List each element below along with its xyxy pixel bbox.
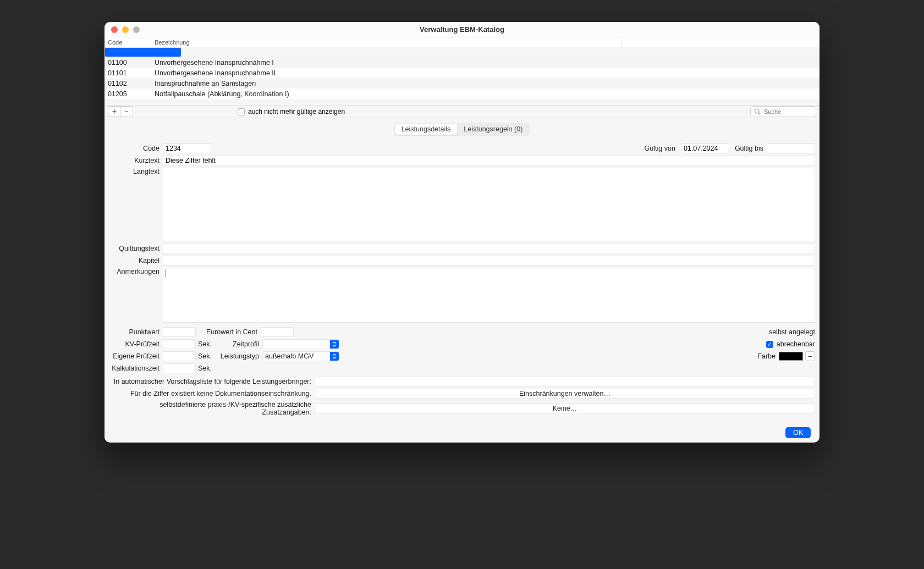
lbl-eurowert: Eurowert in Cent xyxy=(196,328,261,336)
table-row[interactable]: 01102 Inanspruchnahme an Samstagen xyxy=(105,78,820,89)
lbl-abrechenbar: abrechenbar xyxy=(777,340,815,348)
lbl-valid-from: Gültig von xyxy=(645,145,675,152)
remove-button[interactable]: － xyxy=(120,107,133,117)
table-row[interactable]: 01205 Notfallpauschale (Abklärung, Koord… xyxy=(105,89,820,99)
lbl-zusatz: selbstdefinierte praxis-/KV-spezifische … xyxy=(109,401,315,416)
lbl-doku-hint: Für die Ziffer existiert keine Dokumenta… xyxy=(109,390,315,397)
search-field[interactable] xyxy=(750,106,816,117)
lbl-punktwert: Punktwert xyxy=(109,328,163,336)
window: Verwaltung EBM-Katalog Code Bezeichnung … xyxy=(105,22,820,443)
lbl-auto-vorschlag: In automatischer Vorschlagsliste für fol… xyxy=(109,378,315,385)
lbl-quittung: Quittungstext xyxy=(109,245,163,252)
list-toolbar: ＋ － auch nicht mehr gültige anzeigen xyxy=(105,105,820,118)
abrechenbar-checkbox[interactable]: ✓ xyxy=(766,341,773,348)
kalk-field[interactable] xyxy=(163,363,196,373)
tabs: Leistungsdetails Leistungsregeln (0) xyxy=(105,118,820,140)
lbl-code: Code xyxy=(109,145,163,152)
window-title: Verwaltung EBM-Katalog xyxy=(105,25,820,34)
quittung-field[interactable] xyxy=(163,244,815,253)
unit-sek-2: Sek. xyxy=(198,352,212,360)
lbl-leistungstyp: Leistungstyp xyxy=(212,352,262,360)
svg-line-1 xyxy=(758,113,760,114)
vorschlag-button[interactable] xyxy=(315,377,815,386)
code-list[interactable]: 01100 Unvorhergesehene Inanspruchnahme I… xyxy=(105,47,820,105)
table-header: Code Bezeichnung xyxy=(105,37,820,47)
kapitel-field[interactable] xyxy=(163,256,815,266)
lbl-valid-to: Gültig bis xyxy=(735,145,763,152)
lbl-farbe: Farbe xyxy=(757,352,776,360)
lbl-kalk: Kalkulationszeit xyxy=(109,364,163,372)
search-input[interactable] xyxy=(763,108,812,115)
chevron-updown-icon xyxy=(330,352,339,361)
table-row[interactable]: 01101 Unvorhergesehene Inanspruchnahme I… xyxy=(105,68,820,78)
valid-to-field[interactable] xyxy=(767,143,815,153)
lbl-eigene-pruef: Eigene Prüfzeit xyxy=(109,352,163,360)
show-invalid-checkbox[interactable] xyxy=(238,108,245,115)
unit-sek-3: Sek. xyxy=(198,364,212,372)
table-row[interactable]: 01100 Unvorhergesehene Inanspruchnahme I xyxy=(105,57,820,68)
color-reset-button[interactable]: – xyxy=(805,351,815,361)
einschr-button[interactable]: Einschränkungen verwalten… xyxy=(315,389,815,399)
code-field[interactable] xyxy=(163,143,211,153)
anmerk-field[interactable] xyxy=(163,268,815,323)
zusatz-button[interactable]: Keine… xyxy=(315,404,815,413)
svg-point-0 xyxy=(755,109,760,114)
tab-details[interactable]: Leistungsdetails xyxy=(395,124,458,135)
chevron-updown-icon xyxy=(330,340,339,349)
valid-from-field[interactable] xyxy=(681,143,729,153)
eigene-pruef-field[interactable] xyxy=(163,351,196,361)
add-remove-group: ＋ － xyxy=(108,106,133,117)
lbl-langtext: Langtext xyxy=(109,168,163,175)
kv-pruef-field[interactable] xyxy=(163,339,196,349)
add-button[interactable]: ＋ xyxy=(108,107,120,117)
unit-sek-1: Sek. xyxy=(198,340,212,348)
lbl-kurztext: Kurztext xyxy=(109,157,163,164)
show-invalid-label: auch nicht mehr gültige anzeigen xyxy=(248,108,345,115)
kurztext-field[interactable] xyxy=(163,156,815,165)
lbl-selbst-angelegt: selbst angelegt xyxy=(769,328,815,336)
detail-form: Code Gültig von Gültig bis Kurztext Lang… xyxy=(105,140,820,443)
punktwert-field[interactable] xyxy=(163,327,196,337)
eurowert-field[interactable] xyxy=(261,327,294,337)
footer: OK xyxy=(109,423,815,443)
titlebar: Verwaltung EBM-Katalog xyxy=(105,22,820,37)
ok-button[interactable]: OK xyxy=(785,427,811,438)
langtext-field[interactable] xyxy=(163,168,815,241)
leistungstyp-select[interactable]: außerhalb MGV xyxy=(262,351,339,361)
col-desc[interactable]: Bezeichnung xyxy=(151,39,622,46)
lbl-kv-pruef: KV-Prüfzeit xyxy=(109,340,163,348)
lbl-zeitprofil: Zeitprofil xyxy=(212,340,262,348)
color-swatch[interactable] xyxy=(779,352,803,361)
lbl-kapitel: Kapitel xyxy=(109,257,163,264)
zeitprofil-select[interactable] xyxy=(262,339,339,349)
search-icon xyxy=(754,108,761,115)
table-row[interactable] xyxy=(105,47,182,57)
tab-rules[interactable]: Leistungsregeln (0) xyxy=(457,124,529,135)
lbl-anmerk: Anmerkungen xyxy=(109,268,163,275)
col-code[interactable]: Code xyxy=(105,39,151,46)
